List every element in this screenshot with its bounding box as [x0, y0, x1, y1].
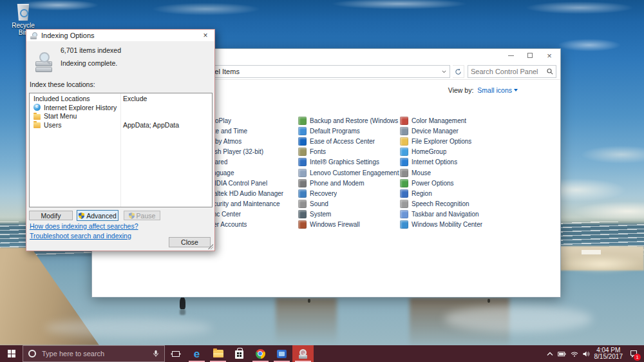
wallpaper-pier-building [582, 250, 601, 254]
windows-desktop-screen: Recycle Bin × All Control Panel Items [0, 0, 644, 362]
control-panel-item-label: Recovery [310, 190, 337, 197]
taskbar-clock[interactable]: 4:04 PM 8/15/2017 [594, 347, 623, 361]
control-panel-search-box[interactable] [468, 65, 556, 78]
action-center-button[interactable]: 1 [627, 345, 640, 362]
control-panel-search-input[interactable] [468, 68, 547, 75]
battery-icon[interactable] [558, 351, 566, 357]
control-panel-item-windows-firewall[interactable]: Windows Firewall [298, 220, 401, 230]
indexing-drive-search-icon [34, 54, 57, 72]
taskbar-app-chrome[interactable] [250, 345, 271, 362]
lenovo-customer-engagement-servi-icon [298, 169, 307, 177]
index-locations-label: Index these locations: [30, 81, 95, 88]
hidden-icons-chevron-icon[interactable] [547, 352, 553, 356]
fonts-icon [298, 148, 307, 156]
control-panel-item-default-programs[interactable]: Default Programs [298, 126, 401, 136]
control-panel-item-file-explorer-options[interactable]: File Explorer Options [400, 136, 482, 146]
troubleshoot-link[interactable]: Troubleshoot search and indexing [30, 232, 131, 240]
edge-icon: e [194, 348, 200, 359]
control-panel-item-region[interactable]: Region [400, 188, 482, 198]
caption-buttons: × [501, 49, 559, 62]
indexed-location-row-internet-explorer-history[interactable]: Internet Explorer History [30, 103, 212, 112]
clock-date: 8/15/2017 [594, 354, 623, 361]
control-panel-item-internet-options[interactable]: Internet Options [400, 157, 482, 167]
control-panel-item-mouse[interactable]: Mouse [400, 167, 482, 178]
dialog-titlebar[interactable]: Indexing Options × [26, 30, 214, 41]
indexing-help-link[interactable]: How does indexing affect searches? [30, 222, 138, 230]
indexed-location-row-users[interactable]: UsersAppData; AppData [30, 120, 212, 129]
system-tray: 4:04 PM 8/15/2017 1 [547, 345, 644, 362]
control-panel-item-taskbar-and-navigation[interactable]: Taskbar and Navigation [400, 209, 482, 220]
uac-shield-icon [129, 213, 135, 219]
volume-icon[interactable] [583, 351, 590, 357]
control-panel-item-color-management[interactable]: Color Management [400, 115, 482, 126]
control-panel-item-power-options[interactable]: Power Options [400, 178, 482, 188]
control-panel-item-label: Backup and Restore (Windows 7) [310, 117, 401, 124]
dialog-close-button[interactable]: × [200, 31, 211, 40]
control-panel-item-label: Color Management [412, 117, 466, 124]
dialog-close-action-button[interactable]: Close [169, 237, 211, 247]
pause-button: Pause [124, 211, 160, 220]
control-panel-item-device-manager[interactable]: Device Manager [400, 126, 482, 136]
folder-icon [33, 122, 41, 128]
view-by-value: Small icons [477, 86, 512, 94]
internet-explorer-icon [33, 104, 41, 111]
taskbar-app-store[interactable] [229, 345, 250, 362]
mail-icon [277, 350, 287, 358]
control-panel-item-phone-and-modem[interactable]: Phone and Modem [298, 178, 401, 188]
modify-button[interactable]: Modify [29, 211, 73, 220]
control-panel-item-windows-mobility-center[interactable]: Windows Mobility Center [400, 220, 482, 230]
notification-badge: 1 [634, 354, 641, 361]
minimize-button[interactable] [501, 49, 520, 62]
control-panel-item-label: Realtek HD Audio Manager [205, 190, 283, 197]
indexed-locations-list[interactable]: Included Locations Exclude Internet Expl… [29, 93, 213, 207]
control-panel-item-ease-of-access-center[interactable]: Ease of Access Center [298, 136, 401, 146]
uac-shield-icon [79, 213, 84, 219]
taskbar-search-box[interactable] [23, 345, 165, 362]
indexing-options-icon [30, 32, 38, 39]
taskbar-app-mail[interactable] [271, 345, 292, 362]
view-by-control: View by: Small icons [448, 86, 518, 94]
modify-button-label: Modify [41, 212, 61, 220]
control-panel-item-label: Windows Firewall [310, 221, 360, 228]
control-panel-item-label: Phone and Modem [310, 180, 365, 187]
taskbar-app-file-explorer[interactable] [207, 345, 229, 362]
taskbar-app-control-panel[interactable] [292, 345, 314, 362]
control-panel-item-intel-graphics-settings[interactable]: Intel® Graphics Settings [298, 157, 401, 167]
wallpaper-person-silhouette [488, 299, 490, 303]
wallpaper-clouds [0, 0, 644, 30]
control-panel-item-speech-recognition[interactable]: Speech Recognition [400, 199, 482, 209]
dialog-button-row: Modify Advanced Pause [26, 210, 214, 222]
view-by-dropdown[interactable]: Small icons [477, 86, 518, 94]
maximize-button[interactable] [520, 49, 540, 62]
items-indexed-count: 6,701 items indexed [61, 46, 121, 54]
refresh-button[interactable] [453, 65, 464, 78]
system-icon [298, 210, 307, 218]
address-dropdown-icon[interactable] [442, 70, 446, 73]
control-panel-column: Backup and Restore (Windows 7)Default Pr… [298, 115, 401, 230]
wifi-icon[interactable] [571, 351, 578, 357]
taskbar-app-edge[interactable]: e [186, 345, 207, 362]
resize-grip[interactable] [208, 244, 213, 249]
close-button[interactable]: × [540, 49, 559, 62]
control-panel-item-sound[interactable]: Sound [298, 199, 401, 209]
recovery-icon [298, 189, 307, 198]
taskbar-app-task-view[interactable] [165, 345, 186, 362]
control-panel-item-lenovo-customer-engagement-servi[interactable]: Lenovo Customer Engagement Servi... [298, 167, 401, 178]
control-panel-item-backup-and-restore-windows-7[interactable]: Backup and Restore (Windows 7) [298, 115, 401, 126]
control-panel-item-fonts[interactable]: Fonts [298, 147, 401, 157]
taskbar: e 4:04 PM 8/15/2017 1 [0, 345, 644, 362]
control-panel-item-label: Default Programs [310, 128, 360, 135]
control-panel-item-label: Taskbar and Navigation [412, 211, 479, 218]
indexed-location-row-start-menu[interactable]: Start Menu [30, 112, 212, 121]
control-panel-item-system[interactable]: System [298, 209, 401, 220]
control-panel-item-label: Power Options [412, 180, 454, 187]
taskbar-pinned-apps: e [165, 345, 314, 362]
sound-icon [298, 200, 307, 208]
ease-of-access-center-icon [298, 137, 307, 146]
start-button[interactable] [0, 345, 23, 362]
control-panel-item-label: Ease of Access Center [310, 138, 375, 145]
advanced-button[interactable]: Advanced [77, 210, 118, 221]
control-panel-item-recovery[interactable]: Recovery [298, 188, 401, 198]
taskbar-search-input[interactable] [41, 349, 148, 358]
control-panel-item-homegroup[interactable]: HomeGroup [400, 147, 482, 157]
